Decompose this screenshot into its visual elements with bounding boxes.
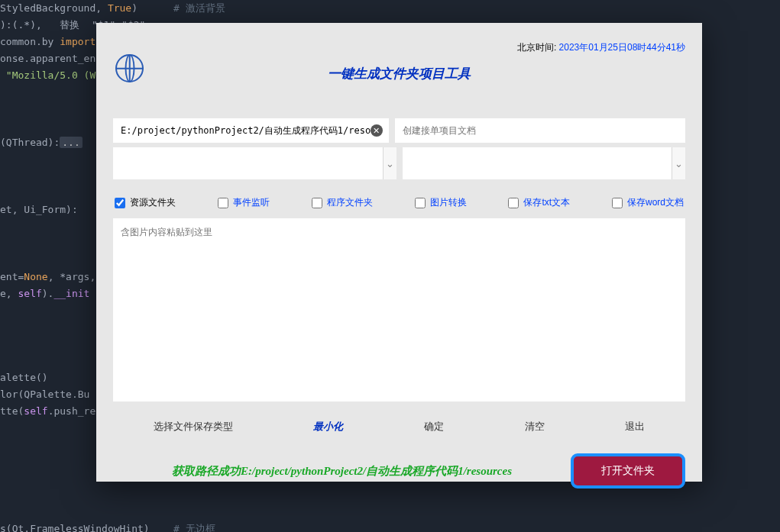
check-event-listener[interactable]: 事件监听 [218,196,270,209]
check-label: 事件监听 [233,196,270,209]
clock-label: 北京时间: [517,42,559,53]
path-input[interactable] [113,118,389,143]
open-folder-button[interactable]: 打开文件夹 [571,453,685,488]
checkbox-row: 资源文件夹 事件监听 程序文件夹 图片转换 保存txt文本 保存word文档 [96,196,702,209]
selects-row: ⌄ ⌄ [96,147,702,179]
exit-button[interactable]: 退出 [619,415,651,438]
check-label: 程序文件夹 [327,196,373,209]
clock-value: 2023年01月25日08时44分41秒 [559,42,685,53]
checkbox[interactable] [508,198,519,208]
status-row: 获取路径成功E:/project/pythonProject2/自动生成程序代码… [96,438,702,488]
checkbox[interactable] [612,198,623,208]
inputs-row: ✕ [96,118,702,143]
path-input-wrap: ✕ [113,118,389,143]
dialog-title: 一键生成文件夹项目工具 [96,65,702,82]
check-resource-folder[interactable]: 资源文件夹 [115,196,176,209]
clock: 北京时间: 2023年01月25日08时44分41秒 [517,41,685,54]
checkbox[interactable] [415,198,426,208]
buttons-row: 选择文件保存类型 最小化 确定 清空 退出 [96,405,702,438]
check-label: 保存word文档 [627,196,684,209]
checkbox[interactable] [218,198,228,208]
select-left[interactable]: ⌄ [113,147,396,179]
status-text: 获取路径成功E:/project/pythonProject2/自动生成程序代码… [113,464,571,479]
confirm-button[interactable]: 确定 [418,415,450,438]
save-type-button[interactable]: 选择文件保存类型 [147,415,239,438]
chevron-down-icon[interactable]: ⌄ [672,147,685,179]
content-textarea[interactable] [113,218,685,401]
dialog-header: 北京时间: 2023年01月25日08时44分41秒 一键生成文件夹项目工具 [96,23,702,86]
check-label: 图片转换 [430,196,467,209]
check-program-folder[interactable]: 程序文件夹 [312,196,373,209]
select-right[interactable]: ⌄ [403,147,686,179]
tool-dialog: 北京时间: 2023年01月25日08时44分41秒 一键生成文件夹项目工具 ✕… [96,23,702,482]
clear-path-icon[interactable]: ✕ [371,124,383,137]
check-save-word[interactable]: 保存word文档 [612,196,684,209]
check-image-convert[interactable]: 图片转换 [415,196,467,209]
check-label: 资源文件夹 [130,196,176,209]
clear-button[interactable]: 清空 [519,415,551,438]
check-label: 保存txt文本 [523,196,570,209]
minimize-button[interactable]: 最小化 [307,415,349,438]
doc-input[interactable] [395,118,686,143]
check-save-txt[interactable]: 保存txt文本 [508,196,570,209]
checkbox[interactable] [312,198,322,208]
checkbox[interactable] [115,198,125,208]
chevron-down-icon[interactable]: ⌄ [383,147,396,179]
